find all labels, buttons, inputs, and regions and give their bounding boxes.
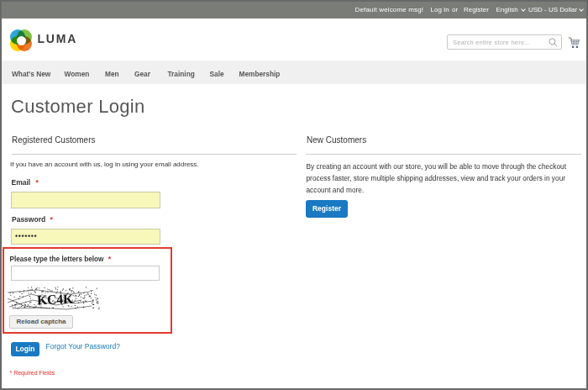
svg-text:KC4K: KC4K <box>37 292 74 308</box>
